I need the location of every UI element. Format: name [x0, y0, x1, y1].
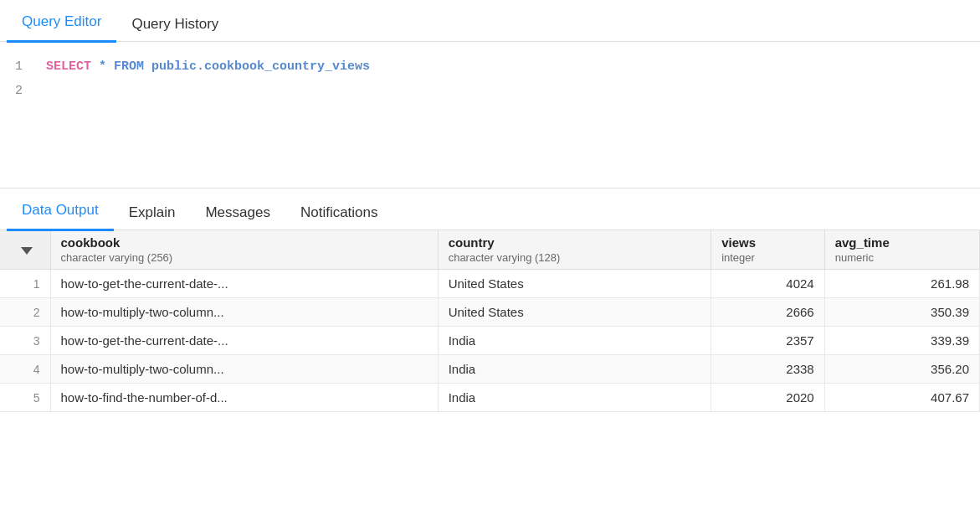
cell-cookbook: how-to-get-the-current-date-...	[50, 270, 438, 298]
cell-cookbook: how-to-multiply-two-column...	[50, 298, 438, 327]
table-row: 4 how-to-multiply-two-column... India 23…	[0, 355, 980, 384]
cell-country: United States	[438, 270, 711, 298]
cell-cookbook: how-to-get-the-current-date-...	[50, 327, 438, 355]
schema-name: public	[144, 55, 197, 80]
tab-messages[interactable]: Messages	[190, 196, 285, 231]
table-row: 3 how-to-get-the-current-date-... India …	[0, 327, 980, 355]
tab-query-editor[interactable]: Query Editor	[7, 5, 116, 43]
code-line-1: SELECT * FROM public .cookbook_country_v…	[46, 55, 980, 80]
tab-notifications[interactable]: Notifications	[285, 196, 393, 231]
cell-rownum: 3	[0, 327, 50, 355]
query-editor-area[interactable]: 1 2 SELECT * FROM public .cookbook_count…	[0, 42, 980, 188]
cell-country: India	[438, 327, 711, 355]
cell-avg-time: 339.39	[824, 327, 979, 355]
col-header-avg-time: avg_time numeric	[824, 230, 979, 270]
data-table-wrapper: cookbook character varying (256) country…	[0, 230, 980, 479]
tab-data-output[interactable]: Data Output	[7, 193, 114, 231]
cell-rownum: 2	[0, 298, 50, 327]
table-row: 2 how-to-multiply-two-column... United S…	[0, 298, 980, 327]
code-line-2	[46, 80, 980, 104]
cell-cookbook: how-to-multiply-two-column...	[50, 355, 438, 384]
cell-avg-time: 356.20	[824, 355, 979, 384]
table-row: 1 how-to-get-the-current-date-... United…	[0, 270, 980, 298]
tab-explain[interactable]: Explain	[114, 196, 191, 231]
code-content[interactable]: SELECT * FROM public .cookbook_country_v…	[46, 49, 980, 181]
keyword-star: *	[91, 55, 114, 80]
cell-views: 2666	[711, 298, 825, 327]
cell-avg-time: 261.98	[824, 270, 979, 298]
cell-country: India	[438, 355, 711, 384]
col-header-rownum	[0, 230, 50, 270]
col-header-cookbook: cookbook character varying (256)	[50, 230, 438, 270]
cell-cookbook: how-to-find-the-number-of-d...	[50, 384, 438, 412]
cell-country: India	[438, 384, 711, 412]
cell-views: 2357	[711, 327, 825, 355]
cell-rownum: 1	[0, 270, 50, 298]
keyword-select: SELECT	[46, 55, 91, 80]
bottom-section: Data Output Explain Messages Notificatio…	[0, 188, 980, 479]
keyword-from: FROM	[114, 55, 144, 80]
results-table: cookbook character varying (256) country…	[0, 230, 980, 412]
cell-avg-time: 407.67	[824, 384, 979, 412]
tab-query-history[interactable]: Query History	[116, 8, 233, 43]
sort-icon	[21, 247, 33, 255]
cell-views: 4024	[711, 270, 825, 298]
table-row: 5 how-to-find-the-number-of-d... India 2…	[0, 384, 980, 412]
cell-avg-time: 350.39	[824, 298, 979, 327]
cell-rownum: 4	[0, 355, 50, 384]
line-numbers: 1 2	[0, 49, 46, 181]
col-header-country: country character varying (128)	[438, 230, 711, 270]
cell-views: 2338	[711, 355, 825, 384]
top-tab-bar: Query Editor Query History	[0, 0, 980, 42]
bottom-tab-bar: Data Output Explain Messages Notificatio…	[0, 188, 980, 230]
cell-views: 2020	[711, 384, 825, 412]
cell-rownum: 5	[0, 384, 50, 412]
table-name: .cookbook_country_views	[197, 55, 370, 80]
cell-country: United States	[438, 298, 711, 327]
col-header-views: views integer	[711, 230, 825, 270]
